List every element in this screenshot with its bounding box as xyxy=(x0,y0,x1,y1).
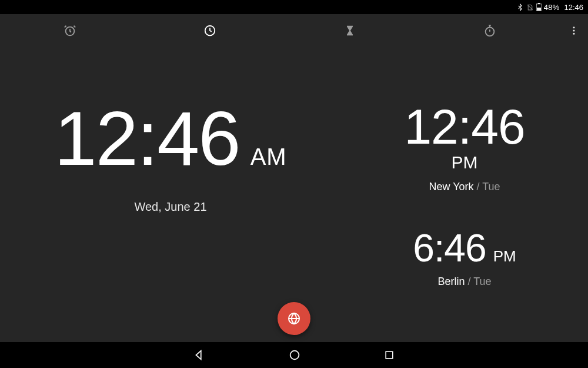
world-clock-time: 6:46 xyxy=(413,228,486,267)
svg-point-6 xyxy=(573,26,575,28)
world-clock-city: Berlin xyxy=(437,276,465,287)
local-time: 12:46 xyxy=(54,100,239,177)
local-clock: 12:46 AM Wed, June 21 xyxy=(0,47,341,342)
battery-percent: 48% xyxy=(544,3,560,12)
tab-timer[interactable] xyxy=(280,25,420,37)
tab-stopwatch[interactable] xyxy=(420,24,560,37)
battery-icon xyxy=(536,3,542,11)
world-clock-time: 12:46 xyxy=(404,102,524,151)
world-clock-ampm: PM xyxy=(452,152,478,173)
local-date: Wed, June 21 xyxy=(134,200,206,214)
svg-point-10 xyxy=(290,351,299,360)
home-button[interactable] xyxy=(288,349,301,362)
recent-apps-button[interactable] xyxy=(383,349,395,361)
android-status-bar: 48% 12:46 xyxy=(0,0,588,14)
clock-app: 12:46 AM Wed, June 21 12:46 PM New York … xyxy=(0,14,588,342)
tab-alarm[interactable] xyxy=(0,24,140,37)
world-clock-entry[interactable]: 6:46 PM Berlin / Tue xyxy=(413,228,516,288)
stopwatch-icon xyxy=(483,24,496,37)
status-clock: 12:46 xyxy=(564,3,583,12)
svg-point-8 xyxy=(573,33,575,35)
tab-bar xyxy=(0,14,588,47)
local-ampm: AM xyxy=(250,144,287,170)
overflow-menu-button[interactable] xyxy=(560,25,588,36)
world-clock-entry[interactable]: 12:46 PM New York / Tue xyxy=(404,102,524,193)
svg-rect-2 xyxy=(537,8,541,11)
globe-icon xyxy=(287,311,301,326)
world-clock-city: New York xyxy=(429,181,473,193)
svg-rect-11 xyxy=(386,352,393,359)
world-clock-day: Tue xyxy=(473,276,491,287)
add-world-clock-button[interactable] xyxy=(278,302,310,335)
back-button[interactable] xyxy=(193,349,206,362)
world-clock-list: 12:46 PM New York / Tue 6:46 PM Berlin /… xyxy=(341,47,588,342)
world-clock-ampm: PM xyxy=(493,247,516,266)
android-nav-bar xyxy=(0,342,588,368)
alarm-icon xyxy=(64,24,76,37)
clock-content: 12:46 AM Wed, June 21 12:46 PM New York … xyxy=(0,47,588,342)
tab-clock[interactable] xyxy=(140,24,280,37)
svg-point-7 xyxy=(573,30,575,32)
no-sim-icon xyxy=(526,4,534,11)
clock-icon xyxy=(203,24,216,37)
more-vert-icon xyxy=(569,25,579,36)
world-clock-day: Tue xyxy=(482,181,500,193)
bluetooth-icon xyxy=(516,4,524,11)
hourglass-icon xyxy=(344,25,356,37)
